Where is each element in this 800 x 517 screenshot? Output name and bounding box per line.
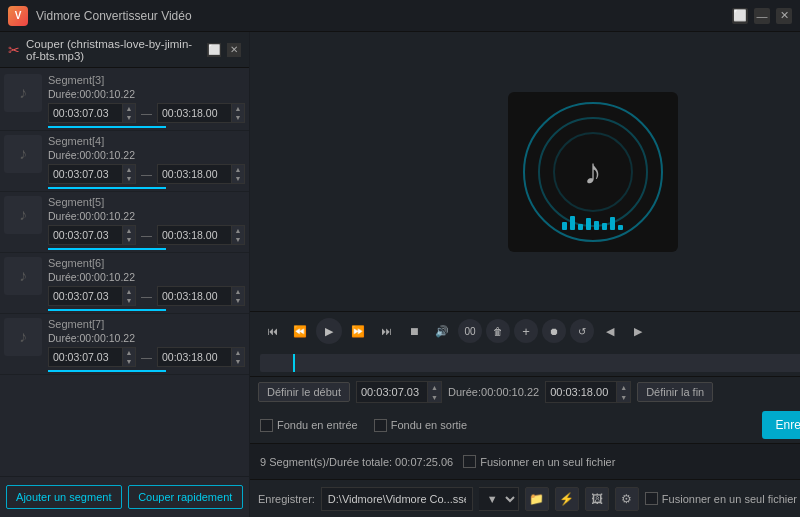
seg-end-down[interactable]: ▼ — [232, 357, 244, 366]
end-time-up[interactable]: ▲ — [617, 382, 630, 392]
enregistrer-button[interactable]: Enregistrer — [762, 411, 800, 439]
seg-end-input[interactable] — [157, 286, 232, 306]
seg-start-input[interactable] — [48, 286, 123, 306]
fondu-entree-checkbox[interactable] — [260, 419, 273, 432]
folder-icon-button[interactable]: 📁 — [525, 487, 549, 511]
seg-end-down[interactable]: ▼ — [232, 113, 244, 122]
seg-start-down[interactable]: ▼ — [123, 296, 135, 305]
seg-end-up[interactable]: ▲ — [232, 226, 244, 235]
seg-start-up[interactable]: ▲ — [123, 287, 135, 296]
stop-button[interactable]: ⏹ — [402, 319, 426, 343]
end-input-group: ▲ ▼ — [157, 225, 245, 245]
start-time-input-group: ▲ ▼ — [356, 381, 442, 403]
save-dropdown[interactable]: ▼ — [479, 487, 519, 511]
segment-duration: Durée:00:00:10.22 — [48, 149, 245, 161]
couper-icon: ✂ — [8, 42, 20, 58]
seg-start-down[interactable]: ▼ — [123, 174, 135, 183]
frame-back-button[interactable]: ◀ — [598, 319, 622, 343]
volume-button[interactable]: 🔊 — [430, 319, 454, 343]
ajouter-segment-button[interactable]: Ajouter un segment — [6, 485, 122, 509]
seg-start-down[interactable]: ▼ — [123, 113, 135, 122]
fusionner-status-label[interactable]: Fusionner en un seul fichier — [463, 455, 615, 468]
seg-start-up[interactable]: ▲ — [123, 226, 135, 235]
fondu-sortie-label[interactable]: Fondu en sortie — [374, 419, 467, 432]
end-time-input[interactable] — [545, 381, 617, 403]
seg-end-input[interactable] — [157, 225, 232, 245]
end-time-down[interactable]: ▼ — [617, 392, 630, 402]
seg-end-spinner: ▲ ▼ — [232, 164, 245, 184]
segment-progress-bar — [48, 370, 166, 372]
seg-end-up[interactable]: ▲ — [232, 287, 244, 296]
seg-dash: — — [141, 168, 152, 180]
seg-end-input[interactable] — [157, 164, 232, 184]
rotate-button[interactable]: ↺ — [570, 319, 594, 343]
preview-area: ♪ — [250, 32, 800, 311]
save-path-input[interactable] — [321, 487, 473, 511]
seg-start-up[interactable]: ▲ — [123, 165, 135, 174]
flash-icon-button[interactable]: ⚡ — [555, 487, 579, 511]
record-button[interactable]: ⏺ — [542, 319, 566, 343]
fusionner-save-label[interactable]: Fusionner en un seul fichier — [645, 492, 797, 505]
seg-end-input[interactable] — [157, 347, 232, 367]
close-button[interactable]: ✕ — [776, 8, 792, 24]
start-time-input[interactable] — [356, 381, 428, 403]
seg-start-down[interactable]: ▼ — [123, 357, 135, 366]
left-panel: ✂ Couper (christmas-love-by-jimin-of-bts… — [0, 32, 250, 517]
music-bars — [562, 216, 623, 230]
segment-label: Segment[3] — [48, 74, 245, 86]
maximize-button[interactable]: — — [754, 8, 770, 24]
seg-end-input[interactable] — [157, 103, 232, 123]
start-input-group: ▲ ▼ — [48, 286, 136, 306]
start-time-down[interactable]: ▼ — [428, 392, 441, 402]
settings-icon-button[interactable]: ⚙ — [615, 487, 639, 511]
seg-end-down[interactable]: ▼ — [232, 174, 244, 183]
seg-start-input[interactable] — [48, 225, 123, 245]
definir-debut-button[interactable]: Définir le début — [258, 382, 350, 402]
play-button[interactable]: ▶ — [316, 318, 342, 344]
seg-end-down[interactable]: ▼ — [232, 296, 244, 305]
fondu-sortie-checkbox[interactable] — [374, 419, 387, 432]
fusionner-save-checkbox[interactable] — [645, 492, 658, 505]
seg-end-up[interactable]: ▲ — [232, 348, 244, 357]
fondu-entree-label[interactable]: Fondu en entrée — [260, 419, 358, 432]
skip-forward-button[interactable]: ⏭ — [374, 319, 398, 343]
couper-rapidement-button[interactable]: Couper rapidement — [128, 485, 244, 509]
seg-end-spinner: ▲ ▼ — [232, 286, 245, 306]
definir-fin-button[interactable]: Définir la fin — [637, 382, 713, 402]
timeline-bar[interactable] — [260, 354, 800, 372]
seg-start-input[interactable] — [48, 164, 123, 184]
playback-controls: ⏮ ⏪ ▶ ⏩ ⏭ ⏹ 🔊 00 🗑 + ⏺ ↺ ◀ ▶ 00:00:00.00… — [250, 311, 800, 350]
frame-forward-button[interactable]: ▶ — [626, 319, 650, 343]
fusionner-status-checkbox[interactable] — [463, 455, 476, 468]
seg-start-up[interactable]: ▲ — [123, 104, 135, 113]
couper-close-button[interactable]: ✕ — [227, 43, 241, 57]
seg-start-spinner: ▲ ▼ — [123, 286, 136, 306]
timeline-area[interactable] — [250, 350, 800, 376]
seg-end-spinner: ▲ ▼ — [232, 225, 245, 245]
rewind-button[interactable]: ⏪ — [288, 319, 312, 343]
seg-end-up[interactable]: ▲ — [232, 165, 244, 174]
seg-end-down[interactable]: ▼ — [232, 235, 244, 244]
duration-label: Durée:00:00:10.22 — [448, 386, 539, 398]
couper-restore-button[interactable]: ⬜ — [207, 43, 221, 57]
segments-info: 9 Segment(s)/Durée totale: 00:07:25.06 — [260, 456, 453, 468]
segment-content: Segment[6] Durée:00:00:10.22 ▲ ▼ — ▲ ▼ — [48, 257, 245, 311]
image-icon-button[interactable]: 🖼 — [585, 487, 609, 511]
skip-back-button[interactable]: ⏮ — [260, 319, 284, 343]
right-panel: ♪ ⏮ ⏪ ▶ ⏩ ⏭ ⏹ 🔊 00 🗑 + ⏺ ↺ ◀ ▶ 00:00:00.… — [250, 32, 800, 517]
segment-row: ♪ Segment[6] Durée:00:00:10.22 ▲ ▼ — ▲ — [0, 253, 249, 314]
delete-segment-button[interactable]: 🗑 — [486, 319, 510, 343]
app-title: Vidmore Convertisseur Vidéo — [36, 9, 732, 23]
start-time-up[interactable]: ▲ — [428, 382, 441, 392]
minimize-button[interactable]: ⬜ — [732, 8, 748, 24]
segment-inputs: ▲ ▼ — ▲ ▼ — [48, 103, 245, 123]
seg-start-up[interactable]: ▲ — [123, 348, 135, 357]
seg-start-input[interactable] — [48, 347, 123, 367]
add-button[interactable]: + — [514, 319, 538, 343]
seg-end-up[interactable]: ▲ — [232, 104, 244, 113]
start-input-group: ▲ ▼ — [48, 347, 136, 367]
fast-forward-button[interactable]: ⏩ — [346, 319, 370, 343]
seg-start-down[interactable]: ▼ — [123, 235, 135, 244]
loop-button[interactable]: 00 — [458, 319, 482, 343]
seg-start-input[interactable] — [48, 103, 123, 123]
